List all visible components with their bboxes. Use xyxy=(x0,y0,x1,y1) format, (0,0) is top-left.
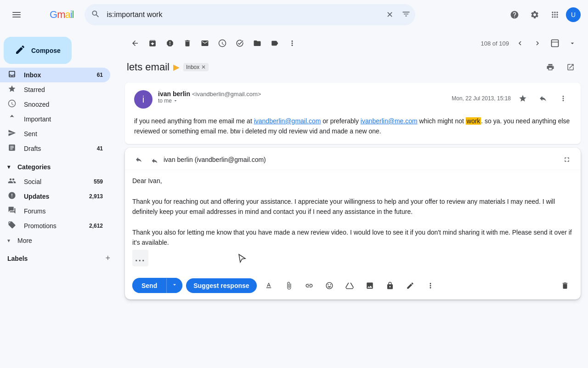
forward-icon-button[interactable] xyxy=(147,153,160,166)
inbox-tag: Inbox ✕ xyxy=(183,63,209,71)
svg-rect-5 xyxy=(552,40,559,47)
discard-button[interactable] xyxy=(557,277,573,294)
updates-count: 2,913 xyxy=(89,193,103,200)
format-text-button[interactable] xyxy=(260,277,277,294)
sidebar: Compose Inbox 61 Starred xyxy=(0,29,118,368)
drive-button[interactable] xyxy=(341,277,358,294)
compose-label: Compose xyxy=(31,47,61,54)
categories-label: Categories xyxy=(17,163,51,171)
inbox-icon xyxy=(7,70,17,80)
sidebar-item-important[interactable]: Important xyxy=(0,112,110,126)
sidebar-item-sent[interactable]: Sent xyxy=(0,126,110,141)
prev-page-button[interactable] xyxy=(512,35,528,52)
send-button-group: Send xyxy=(132,278,182,293)
send-button[interactable]: Send xyxy=(132,278,167,293)
reply-icon-button[interactable] xyxy=(132,153,145,166)
more-formatting-button[interactable] xyxy=(422,277,439,294)
open-in-new-button[interactable] xyxy=(562,59,579,75)
svg-rect-1 xyxy=(12,14,21,15)
search-filter-button[interactable] xyxy=(401,10,411,20)
forums-label: Forums xyxy=(24,207,103,215)
social-icon xyxy=(7,177,17,187)
reply-ellipsis[interactable]: ... xyxy=(132,250,148,266)
sidebar-item-drafts[interactable]: Drafts 41 xyxy=(0,141,110,156)
help-button[interactable] xyxy=(505,6,524,24)
body-mid: or preferably xyxy=(321,117,360,125)
email-more-button[interactable] xyxy=(555,90,571,107)
sidebar-item-forums[interactable]: Forums xyxy=(0,204,110,218)
insert-photo-button[interactable] xyxy=(362,277,378,294)
email-subject-area: lets email ▶ Inbox ✕ xyxy=(125,55,581,83)
emoji-button[interactable] xyxy=(321,277,338,294)
reply-paragraph-1: Thank you for reaching out and offering … xyxy=(132,196,573,217)
reading-pane-dropdown[interactable] xyxy=(564,35,581,52)
email-link-1[interactable]: ivandberlin@gmail.com xyxy=(254,117,321,125)
reading-pane-button[interactable] xyxy=(547,35,563,52)
user-avatar[interactable]: U xyxy=(566,7,581,22)
archive-button[interactable] xyxy=(144,35,161,52)
sidebar-item-updates[interactable]: Updates 2,913 xyxy=(0,189,110,204)
body-post: which might not xyxy=(418,117,466,125)
social-count: 559 xyxy=(94,178,103,185)
add-to-tasks-button[interactable] xyxy=(232,35,248,52)
email-link-2[interactable]: ivanberlin@me.com xyxy=(361,117,418,125)
reply-to-text: ivan berlin (ivandberlin@gmail.com) xyxy=(164,156,557,163)
reply-body[interactable]: Dear Ivan, Thank you for reaching out an… xyxy=(125,170,581,274)
sidebar-item-social[interactable]: Social 559 xyxy=(0,174,110,189)
more-options-button[interactable] xyxy=(284,35,300,52)
email-date: Mon, 22 Jul 2013, 15:18 xyxy=(452,95,511,102)
sidebar-item-snoozed[interactable]: Snoozed xyxy=(0,97,110,112)
topbar-actions: U xyxy=(505,6,581,24)
updates-icon xyxy=(7,191,17,201)
more-label: More xyxy=(17,237,32,244)
reply-salutation: Dear Ivan, xyxy=(132,176,573,186)
sender-name-line: ivan berlin <ivandberlin@gmail.com> xyxy=(158,90,446,98)
move-to-button[interactable] xyxy=(249,35,266,52)
svg-marker-4 xyxy=(10,115,14,117)
print-button[interactable] xyxy=(542,59,559,75)
reply-footer: Send Suggest response xyxy=(125,274,581,299)
send-icon xyxy=(7,129,17,139)
signature-button[interactable] xyxy=(402,277,418,294)
reply-compose-header: ivan berlin (ivandberlin@gmail.com) xyxy=(125,148,581,170)
sidebar-item-starred[interactable]: Starred xyxy=(0,82,110,97)
delete-email-button[interactable] xyxy=(179,35,196,52)
to-label: to me xyxy=(158,98,172,104)
social-label: Social xyxy=(24,178,86,185)
mark-unread-button[interactable] xyxy=(197,35,213,52)
apps-button[interactable] xyxy=(546,6,564,24)
reply-expand-button[interactable] xyxy=(560,153,573,166)
important-label: Important xyxy=(24,115,103,123)
settings-button[interactable] xyxy=(526,6,544,24)
pagination-text: 108 of 109 xyxy=(481,40,509,47)
attach-button[interactable] xyxy=(281,277,297,294)
send-dropdown-button[interactable] xyxy=(167,278,182,293)
report-spam-button[interactable] xyxy=(162,35,178,52)
sidebar-item-more[interactable]: ▾ More xyxy=(0,233,118,248)
menu-button[interactable] xyxy=(7,6,26,24)
add-label-button[interactable]: + xyxy=(105,253,110,263)
compose-button[interactable]: Compose xyxy=(4,37,72,64)
star-email-button[interactable] xyxy=(514,90,531,107)
promotions-icon xyxy=(7,221,17,231)
sidebar-item-promotions[interactable]: Promotions 2,612 xyxy=(0,218,110,233)
email-header: i ivan berlin <ivandberlin@gmail.com> to… xyxy=(134,83,571,112)
labels-button[interactable] xyxy=(266,35,283,52)
insert-link-button[interactable] xyxy=(301,277,317,294)
confidential-button[interactable] xyxy=(382,277,398,294)
suggest-response-button[interactable]: Suggest response xyxy=(186,278,256,293)
search-clear-button[interactable]: ✕ xyxy=(386,10,393,20)
back-button[interactable] xyxy=(127,35,143,52)
inbox-label: Inbox xyxy=(24,71,90,79)
inbox-tag-close[interactable]: ✕ xyxy=(201,64,206,70)
snooze-button[interactable] xyxy=(214,35,231,52)
sidebar-item-inbox[interactable]: Inbox 61 xyxy=(0,68,110,82)
reply-button[interactable] xyxy=(535,90,551,107)
to-line[interactable]: to me xyxy=(158,98,446,104)
search-input[interactable]: is:important work xyxy=(85,4,415,25)
sender-initial: i xyxy=(142,94,144,105)
next-page-button[interactable] xyxy=(529,35,546,52)
email-toolbar: 108 of 109 xyxy=(125,29,581,55)
labels-label: Labels xyxy=(7,255,105,262)
categories-expand[interactable]: ▾ xyxy=(7,164,10,170)
